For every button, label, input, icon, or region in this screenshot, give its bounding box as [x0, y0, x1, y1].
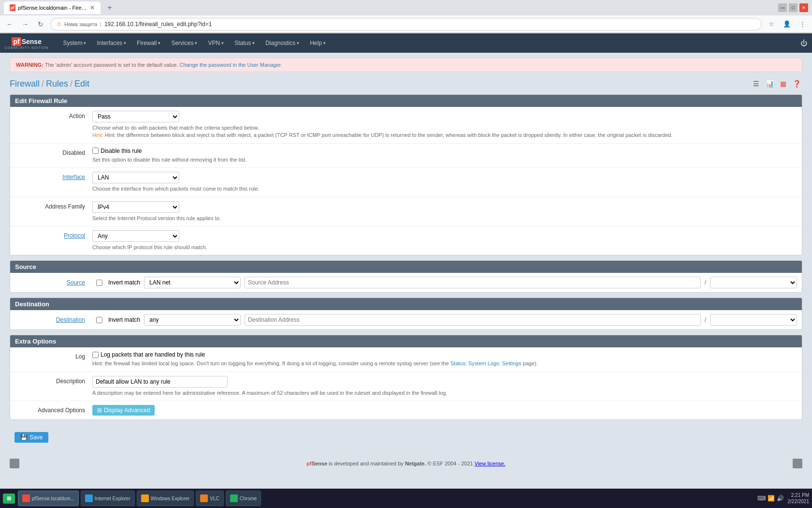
footer-license-link[interactable]: View license.	[475, 461, 506, 466]
source-cidr-select[interactable]: 32 24	[710, 277, 797, 288]
browser-addressbar: ← → ↻ ⚠ Няма защита | 192.168.10.1/firew…	[0, 15, 812, 33]
table-icon[interactable]: ▦	[777, 78, 789, 90]
source-header: Source	[10, 261, 802, 273]
destination-body: Destination Invert match any LAN net WAN…	[10, 310, 802, 329]
source-invert-checkbox[interactable]	[96, 280, 102, 286]
main-content: WARNING: The 'admin' account password is…	[0, 53, 812, 455]
disabled-checkbox-row: Disable this rule	[92, 148, 797, 154]
warning-text: Няма защита	[64, 21, 97, 27]
extra-options-panel: Extra Options Log Log packets that are h…	[10, 335, 802, 420]
browser-tab[interactable]: pf pfSense.localdomain - Firewall: R... …	[4, 1, 101, 14]
description-hint: A description may be entered here for ad…	[92, 389, 797, 397]
source-row: Source Invert match LAN net any WAN net …	[10, 273, 802, 292]
breadcrumb-row: Firewall / Rules / Edit ☰ 📊 ▦ ❓	[10, 78, 802, 90]
nav-item-interfaces[interactable]: Interfaces ▾	[92, 37, 131, 49]
action-row: Action Pass Block Reject Choose what to …	[10, 107, 802, 144]
browser-chrome: pf pfSense.localdomain - Firewall: R... …	[0, 0, 812, 33]
new-tab-button[interactable]: +	[103, 1, 116, 14]
refresh-button[interactable]: ↻	[35, 18, 46, 30]
back-button[interactable]: ←	[4, 18, 15, 30]
description-row: Description A description may be entered…	[10, 372, 802, 401]
source-label-link[interactable]: Source	[67, 279, 85, 286]
destination-invert-checkbox[interactable]	[96, 317, 102, 323]
breadcrumb-firewall[interactable]: Firewall	[10, 79, 40, 89]
action-label: Action	[15, 111, 92, 120]
source-invert-label: Invert match	[108, 279, 140, 286]
destination-type-select[interactable]: any LAN net WAN net Single host or alias…	[144, 314, 241, 326]
browser-titlebar: pf pfSense.localdomain - Firewall: R... …	[0, 0, 812, 15]
description-label: Description	[15, 376, 92, 385]
menu-button[interactable]: ⋮	[797, 18, 808, 30]
protocol-label-link[interactable]: Protocol	[64, 232, 85, 239]
log-label: Log	[15, 351, 92, 360]
source-body: Source Invert match LAN net any WAN net …	[10, 273, 802, 292]
list-icon[interactable]: ☰	[750, 78, 762, 90]
disabled-checkbox-label: Disable this rule	[101, 148, 142, 154]
nav-item-services[interactable]: Services ▾	[166, 37, 202, 49]
brand-logo-sense: Sense	[22, 38, 42, 45]
warning-text: The 'admin' account password is set to t…	[45, 62, 178, 68]
description-control: A description may be entered here for ad…	[92, 376, 797, 397]
forward-button[interactable]: →	[19, 18, 31, 30]
window-controls: — □ ✕	[778, 3, 808, 12]
help-icon[interactable]: ❓	[791, 78, 802, 90]
destination-label-link[interactable]: Destination	[56, 316, 85, 323]
source-address-input[interactable]	[245, 277, 701, 288]
breadcrumb-sep2: /	[70, 79, 72, 89]
logout-icon[interactable]: ⏻	[800, 39, 807, 47]
disabled-checkbox[interactable]	[92, 148, 99, 154]
address-family-row: Address Family IPv4 IPv6 IPv4+IPv6 Selec…	[10, 197, 802, 226]
profile-button[interactable]: 👤	[781, 18, 793, 30]
address-bar[interactable]: ⚠ Няма защита | 192.168.10.1/firewall_ru…	[50, 18, 762, 30]
description-input[interactable]	[92, 376, 228, 388]
nav-item-diagnostics[interactable]: Diagnostics ▾	[261, 37, 304, 49]
protocol-hint: Choose which IP protocol this rule shoul…	[92, 244, 797, 251]
nav-item-system[interactable]: System ▾	[58, 37, 91, 49]
pfsense-brand: pfSense	[306, 461, 327, 466]
destination-row: Destination Invert match any LAN net WAN…	[10, 310, 802, 329]
destination-invert-label: Invert match	[108, 316, 140, 323]
source-slash: /	[705, 279, 706, 286]
log-checkbox[interactable]	[92, 352, 99, 358]
log-hint-link[interactable]: Status: System Logs: Settings	[450, 360, 522, 366]
nav-item-vpn[interactable]: VPN ▾	[203, 37, 229, 49]
display-advanced-button[interactable]: ⊞ Display Advanced	[92, 405, 155, 416]
address-family-select[interactable]: IPv4 IPv6 IPv4+IPv6	[92, 201, 179, 213]
action-control: Pass Block Reject Choose what to do with…	[92, 111, 797, 139]
save-icon: 💾	[20, 434, 28, 441]
action-hint: Choose what to do with packets that matc…	[92, 124, 797, 139]
source-type-select[interactable]: LAN net any WAN net Single host or alias…	[144, 277, 241, 288]
nav-right: ⏻	[800, 39, 807, 47]
page-footer: pfSense is developed and maintained by N…	[0, 455, 812, 472]
destination-panel: Destination Destination Invert match any…	[10, 298, 802, 330]
source-panel: Source Source Invert match LAN net any W…	[10, 260, 802, 293]
maximize-button[interactable]: □	[789, 3, 798, 12]
close-button[interactable]: ✕	[799, 3, 808, 12]
interface-select[interactable]: LAN WAN loopback	[92, 172, 179, 183]
warning-link[interactable]: Change the password in the User Manager.	[179, 62, 282, 68]
chart-icon[interactable]: 📊	[764, 78, 775, 90]
log-checkbox-label: Log packets that are handled by this rul…	[101, 351, 205, 358]
destination-address-input[interactable]	[245, 314, 701, 326]
save-button[interactable]: 💾 Save	[14, 432, 48, 443]
nav-item-help[interactable]: Help ▾	[305, 37, 331, 49]
destination-cidr-select[interactable]: 32 24	[710, 314, 797, 326]
tab-favicon: pf	[10, 4, 15, 11]
nav-item-status[interactable]: Status ▾	[230, 37, 260, 49]
disabled-row: Disabled Disable this rule Set this opti…	[10, 144, 802, 168]
breadcrumb: Firewall / Rules / Edit	[10, 79, 89, 89]
interface-label-link[interactable]: Interface	[62, 174, 85, 180]
advanced-control: ⊞ Display Advanced	[92, 405, 797, 416]
action-select[interactable]: Pass Block Reject	[92, 111, 179, 122]
edit-firewall-panel: Edit Firewall Rule Action Pass Block Rej…	[10, 94, 802, 255]
minimize-button[interactable]: —	[778, 3, 787, 12]
breadcrumb-rules[interactable]: Rules	[46, 79, 68, 89]
breadcrumb-sep1: /	[42, 79, 44, 89]
navbar: pf Sense COMMUNITY EDITION System ▾ Inte…	[0, 33, 812, 53]
nav-item-firewall[interactable]: Firewall ▾	[132, 37, 165, 49]
bookmark-button[interactable]: ☆	[766, 18, 777, 30]
protocol-select[interactable]: Any TCP UDP TCP/UDP ICMP	[92, 230, 179, 242]
log-hint: Hint: the firewall has limited local log…	[92, 360, 797, 367]
tab-close-button[interactable]: ✕	[90, 4, 95, 11]
footer-text2: is developed and maintained by	[329, 461, 405, 466]
